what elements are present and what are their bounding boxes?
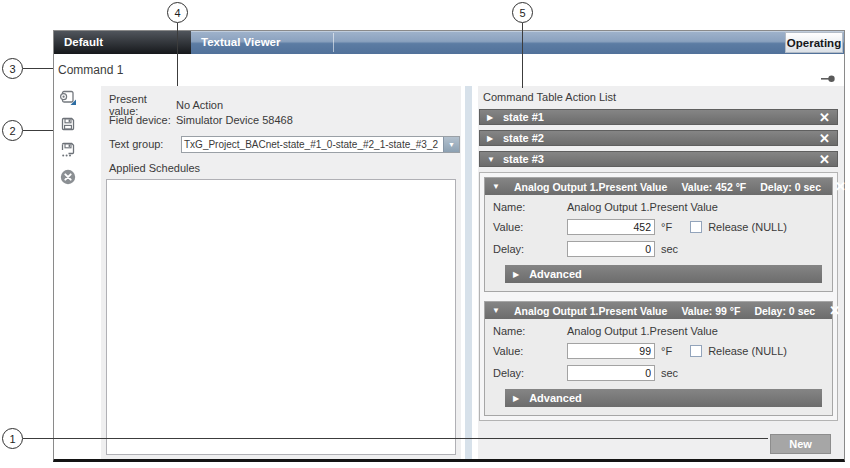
collapse-down-icon[interactable]: ▼: [492, 306, 500, 315]
delay-row: Delay: sec: [493, 241, 826, 257]
release-null-checkbox[interactable]: [690, 345, 702, 357]
name-value: Analog Output 1.Present Value: [567, 325, 718, 337]
close-icon[interactable]: ✕: [835, 180, 846, 193]
field-device: Simulator Device 58468: [176, 114, 293, 126]
callout-5-line: [522, 23, 523, 88]
action-title: Analog Output 1.Present Value: [514, 181, 667, 193]
header-separator: [333, 33, 334, 52]
field-device-label: Field device:: [109, 114, 176, 126]
action-header[interactable]: ▼ Analog Output 1.Present Value Value: 4…: [485, 178, 832, 195]
present-value: No Action: [176, 99, 223, 111]
applied-schedules-row: Applied Schedules: [109, 162, 200, 174]
callout-4: 4: [167, 2, 188, 23]
name-value: Analog Output 1.Present Value: [567, 201, 718, 213]
save-icon[interactable]: [59, 115, 77, 133]
panel-splitter[interactable]: [465, 86, 472, 459]
value-input[interactable]: [567, 219, 655, 235]
close-icon[interactable]: ✕: [829, 304, 840, 317]
state-1-label: state #1: [503, 111, 544, 123]
value-row: Value: °F Release (NULL): [493, 343, 826, 359]
header-bar: Default Textual Viewer Operating: [54, 31, 844, 54]
collapse-down-icon[interactable]: ▼: [487, 155, 503, 164]
tab-default[interactable]: Default: [54, 31, 191, 54]
action-header[interactable]: ▼ Analog Output 1.Present Value Value: 9…: [485, 302, 832, 319]
action-delay-summary: Delay: 0 sec: [760, 181, 821, 193]
state-2-label: state #2: [503, 132, 544, 144]
commission-icon[interactable]: [59, 89, 77, 107]
action-value-summary: Value: 99 °F: [681, 305, 740, 317]
state-bar-1[interactable]: ▶ state #1 ✕: [479, 109, 838, 125]
command-row: Command 1: [54, 54, 844, 86]
action-box: ▼ Analog Output 1.Present Value Value: 4…: [484, 177, 833, 292]
close-icon[interactable]: ✕: [819, 153, 830, 166]
name-row: Name: Analog Output 1.Present Value: [493, 201, 826, 213]
value-label: Value:: [493, 221, 567, 233]
operating-mode-label: Operating: [787, 37, 841, 49]
text-group-dropdown[interactable]: TxG_Project_BACnet-state_#1_0-state_#2_1…: [181, 136, 460, 153]
action-box: ▼ Analog Output 1.Present Value Value: 9…: [484, 301, 833, 416]
name-label: Name:: [493, 201, 567, 213]
callout-4-label: 4: [174, 7, 180, 19]
new-button[interactable]: New: [770, 434, 831, 454]
collapse-down-icon[interactable]: ▼: [492, 182, 500, 191]
discard-icon[interactable]: [59, 168, 77, 186]
applied-schedules-label: Applied Schedules: [109, 162, 200, 174]
callout-5: 5: [512, 2, 533, 23]
state-stack: ▶ state #1 ✕ ▶ state #2 ✕ ▼ state #3 ✕: [479, 109, 838, 421]
advanced-bar[interactable]: ▶ Advanced: [505, 265, 822, 283]
new-button-label: New: [789, 438, 812, 450]
advanced-label: Advanced: [529, 392, 582, 404]
close-icon[interactable]: ✕: [819, 132, 830, 145]
action-content: Name: Analog Output 1.Present Value Valu…: [485, 195, 832, 291]
callout-4-line: [177, 23, 178, 86]
text-group-row: Text group: TxG_Project_BACnet-state_#1_…: [109, 138, 176, 150]
delay-label: Delay:: [493, 367, 567, 379]
expand-right-icon[interactable]: ▶: [487, 134, 503, 143]
expand-right-icon[interactable]: ▶: [513, 270, 519, 279]
callout-3-label: 3: [9, 63, 15, 75]
value-unit: °F: [661, 221, 672, 233]
delay-label: Delay:: [493, 243, 567, 255]
state-3-content: ▼ Analog Output 1.Present Value Value: 4…: [479, 172, 838, 421]
delay-input[interactable]: [567, 365, 655, 381]
callout-2-line: [23, 130, 53, 131]
operating-mode-button[interactable]: Operating: [785, 32, 843, 53]
save-as-icon[interactable]: [59, 141, 77, 159]
name-label: Name:: [493, 325, 567, 337]
release-null-label: Release (NULL): [708, 345, 787, 357]
action-value-summary: Value: 452 °F: [681, 181, 746, 193]
applied-schedules-listbox[interactable]: [106, 179, 456, 455]
value-unit: °F: [661, 345, 672, 357]
delay-row: Delay: sec: [493, 365, 826, 381]
callout-3: 3: [2, 58, 23, 79]
delay-input[interactable]: [567, 241, 655, 257]
action-delay-summary: Delay: 0 sec: [754, 305, 815, 317]
action-content: Name: Analog Output 1.Present Value Valu…: [485, 319, 832, 415]
field-device-row: Field device: Simulator Device 58468: [109, 114, 293, 126]
state-bar-2[interactable]: ▶ state #2 ✕: [479, 130, 838, 146]
callout-2-label: 2: [9, 125, 15, 137]
expand-right-icon[interactable]: ▶: [487, 113, 503, 122]
action-list-panel: Command Table Action List ▶ state #1 ✕ ▶…: [478, 86, 844, 459]
release-null-checkbox[interactable]: [690, 221, 702, 233]
callout-5-label: 5: [519, 7, 525, 19]
value-label: Value:: [493, 345, 567, 357]
advanced-bar[interactable]: ▶ Advanced: [505, 389, 822, 407]
name-row: Name: Analog Output 1.Present Value: [493, 325, 826, 337]
callout-1-label: 1: [9, 433, 15, 445]
pin-icon[interactable]: [821, 68, 835, 75]
tab-textual-viewer[interactable]: Textual Viewer: [201, 31, 280, 54]
action-title: Analog Output 1.Present Value: [514, 305, 667, 317]
state-3-label: state #3: [503, 153, 544, 165]
text-group-label: Text group:: [109, 138, 176, 150]
state-bar-3[interactable]: ▼ state #3 ✕: [479, 151, 838, 167]
callout-1: 1: [2, 428, 23, 449]
command-title: Command 1: [58, 63, 123, 77]
expand-right-icon[interactable]: ▶: [513, 394, 519, 403]
release-null-label: Release (NULL): [708, 221, 787, 233]
tab-textual-viewer-label: Textual Viewer: [201, 36, 280, 48]
value-input[interactable]: [567, 343, 655, 359]
app-window: Default Textual Viewer Operating Command…: [53, 30, 845, 462]
chevron-down-icon[interactable]: ▼: [443, 137, 459, 152]
close-icon[interactable]: ✕: [819, 111, 830, 124]
